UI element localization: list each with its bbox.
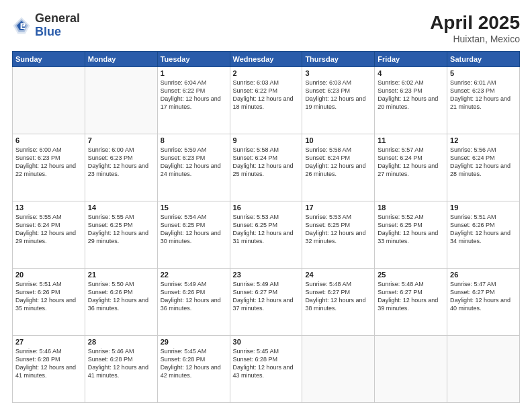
calendar-cell: 26Sunrise: 5:47 AM Sunset: 6:27 PM Dayli…	[447, 269, 520, 336]
day-info: Sunrise: 5:48 AM Sunset: 6:27 PM Dayligh…	[305, 280, 371, 313]
day-number: 3	[305, 69, 371, 77]
day-info: Sunrise: 5:46 AM Sunset: 6:28 PM Dayligh…	[88, 347, 154, 380]
calendar-cell: 23Sunrise: 5:49 AM Sunset: 6:27 PM Dayli…	[230, 269, 302, 336]
page: General Blue April 2025 Huixtan, Mexico …	[0, 0, 532, 411]
day-number: 22	[161, 271, 227, 279]
day-info: Sunrise: 5:51 AM Sunset: 6:26 PM Dayligh…	[15, 280, 82, 313]
day-info: Sunrise: 5:50 AM Sunset: 6:26 PM Dayligh…	[88, 280, 154, 313]
calendar-cell: 8Sunrise: 5:59 AM Sunset: 6:23 PM Daylig…	[157, 134, 230, 201]
day-info: Sunrise: 5:59 AM Sunset: 6:23 PM Dayligh…	[161, 146, 227, 179]
day-number: 19	[450, 203, 517, 212]
calendar-cell: 25Sunrise: 5:48 AM Sunset: 6:27 PM Dayli…	[375, 269, 447, 336]
calendar-cell: 27Sunrise: 5:46 AM Sunset: 6:28 PM Dayli…	[13, 336, 85, 403]
day-info: Sunrise: 5:55 AM Sunset: 6:25 PM Dayligh…	[88, 213, 154, 246]
day-number: 7	[88, 136, 154, 144]
day-number: 16	[233, 203, 300, 212]
calendar-cell: 2Sunrise: 6:03 AM Sunset: 6:22 PM Daylig…	[230, 67, 302, 134]
header-tuesday: Tuesday	[157, 52, 230, 67]
day-info: Sunrise: 6:01 AM Sunset: 6:23 PM Dayligh…	[450, 79, 517, 111]
day-info: Sunrise: 6:00 AM Sunset: 6:23 PM Dayligh…	[15, 146, 82, 179]
day-number: 8	[161, 136, 227, 144]
day-number: 20	[15, 271, 82, 279]
calendar-cell	[302, 336, 375, 403]
day-info: Sunrise: 5:49 AM Sunset: 6:27 PM Dayligh…	[233, 280, 300, 313]
calendar-cell: 11Sunrise: 5:57 AM Sunset: 6:24 PM Dayli…	[375, 134, 447, 201]
logo-blue-text: Blue	[35, 26, 80, 39]
calendar-cell: 1Sunrise: 6:04 AM Sunset: 6:22 PM Daylig…	[157, 67, 230, 134]
calendar-cell: 10Sunrise: 5:58 AM Sunset: 6:24 PM Dayli…	[302, 134, 375, 201]
day-info: Sunrise: 5:51 AM Sunset: 6:26 PM Dayligh…	[450, 213, 517, 246]
day-info: Sunrise: 5:45 AM Sunset: 6:28 PM Dayligh…	[161, 347, 227, 380]
calendar-cell: 24Sunrise: 5:48 AM Sunset: 6:27 PM Dayli…	[302, 269, 375, 336]
calendar-cell: 22Sunrise: 5:49 AM Sunset: 6:26 PM Dayli…	[157, 269, 230, 336]
header-monday: Monday	[85, 52, 157, 67]
weekday-header-row: Sunday Monday Tuesday Wednesday Thursday…	[13, 52, 520, 67]
calendar-cell: 30Sunrise: 5:45 AM Sunset: 6:28 PM Dayli…	[230, 336, 302, 403]
day-info: Sunrise: 5:56 AM Sunset: 6:24 PM Dayligh…	[450, 146, 517, 179]
calendar-cell: 5Sunrise: 6:01 AM Sunset: 6:23 PM Daylig…	[447, 67, 520, 134]
day-info: Sunrise: 5:54 AM Sunset: 6:25 PM Dayligh…	[161, 213, 227, 246]
calendar-cell: 12Sunrise: 5:56 AM Sunset: 6:24 PM Dayli…	[447, 134, 520, 201]
calendar-cell: 15Sunrise: 5:54 AM Sunset: 6:25 PM Dayli…	[157, 201, 230, 269]
header-saturday: Saturday	[447, 52, 520, 67]
day-info: Sunrise: 5:58 AM Sunset: 6:24 PM Dayligh…	[233, 146, 300, 179]
calendar-cell: 3Sunrise: 6:03 AM Sunset: 6:23 PM Daylig…	[302, 67, 375, 134]
day-number: 2	[233, 69, 300, 77]
title-block: April 2025 Huixtan, Mexico	[430, 12, 520, 44]
calendar-cell	[13, 67, 85, 134]
logo: General Blue	[12, 12, 80, 39]
day-info: Sunrise: 5:52 AM Sunset: 6:25 PM Dayligh…	[378, 213, 444, 246]
calendar-cell: 14Sunrise: 5:55 AM Sunset: 6:25 PM Dayli…	[85, 201, 157, 269]
calendar-cell	[85, 67, 157, 134]
day-number: 17	[305, 203, 371, 212]
calendar-cell: 28Sunrise: 5:46 AM Sunset: 6:28 PM Dayli…	[85, 336, 157, 403]
calendar-cell: 16Sunrise: 5:53 AM Sunset: 6:25 PM Dayli…	[230, 201, 302, 269]
calendar-cell: 19Sunrise: 5:51 AM Sunset: 6:26 PM Dayli…	[447, 201, 520, 269]
day-number: 25	[378, 271, 444, 279]
day-info: Sunrise: 6:00 AM Sunset: 6:23 PM Dayligh…	[88, 146, 154, 179]
header-sunday: Sunday	[13, 52, 85, 67]
day-number: 10	[305, 136, 371, 144]
day-info: Sunrise: 5:58 AM Sunset: 6:24 PM Dayligh…	[305, 146, 371, 179]
header-thursday: Thursday	[302, 52, 375, 67]
day-info: Sunrise: 5:45 AM Sunset: 6:28 PM Dayligh…	[233, 347, 300, 380]
day-number: 24	[305, 271, 371, 279]
day-number: 1	[161, 69, 227, 77]
day-number: 26	[450, 271, 517, 279]
header-wednesday: Wednesday	[230, 52, 302, 67]
day-number: 28	[88, 338, 154, 346]
month-year: April 2025	[430, 12, 520, 34]
day-number: 4	[378, 69, 444, 77]
calendar-cell: 20Sunrise: 5:51 AM Sunset: 6:26 PM Dayli…	[13, 269, 85, 336]
calendar-table: Sunday Monday Tuesday Wednesday Thursday…	[12, 51, 520, 403]
calendar-cell	[447, 336, 520, 403]
day-number: 9	[233, 136, 300, 144]
day-info: Sunrise: 6:03 AM Sunset: 6:23 PM Dayligh…	[305, 79, 371, 111]
calendar-cell	[375, 336, 447, 403]
day-info: Sunrise: 5:57 AM Sunset: 6:24 PM Dayligh…	[378, 146, 444, 179]
calendar-week-row: 6Sunrise: 6:00 AM Sunset: 6:23 PM Daylig…	[13, 134, 520, 201]
calendar-cell: 13Sunrise: 5:55 AM Sunset: 6:24 PM Dayli…	[13, 201, 85, 269]
calendar-cell: 17Sunrise: 5:53 AM Sunset: 6:25 PM Dayli…	[302, 201, 375, 269]
calendar-week-row: 20Sunrise: 5:51 AM Sunset: 6:26 PM Dayli…	[13, 269, 520, 336]
day-info: Sunrise: 5:53 AM Sunset: 6:25 PM Dayligh…	[305, 213, 371, 246]
day-number: 15	[161, 203, 227, 212]
calendar-cell: 7Sunrise: 6:00 AM Sunset: 6:23 PM Daylig…	[85, 134, 157, 201]
day-number: 23	[233, 271, 300, 279]
day-number: 5	[450, 69, 517, 77]
day-info: Sunrise: 6:04 AM Sunset: 6:22 PM Dayligh…	[161, 79, 227, 111]
calendar-cell: 4Sunrise: 6:02 AM Sunset: 6:23 PM Daylig…	[375, 67, 447, 134]
calendar-week-row: 27Sunrise: 5:46 AM Sunset: 6:28 PM Dayli…	[13, 336, 520, 403]
calendar-cell: 18Sunrise: 5:52 AM Sunset: 6:25 PM Dayli…	[375, 201, 447, 269]
header-friday: Friday	[375, 52, 447, 67]
logo-icon	[12, 16, 31, 35]
day-number: 14	[88, 203, 154, 212]
header: General Blue April 2025 Huixtan, Mexico	[12, 12, 520, 44]
calendar-cell: 6Sunrise: 6:00 AM Sunset: 6:23 PM Daylig…	[13, 134, 85, 201]
day-info: Sunrise: 5:53 AM Sunset: 6:25 PM Dayligh…	[233, 213, 300, 246]
location: Huixtan, Mexico	[430, 34, 520, 44]
day-number: 29	[161, 338, 227, 346]
calendar-cell: 29Sunrise: 5:45 AM Sunset: 6:28 PM Dayli…	[157, 336, 230, 403]
day-number: 27	[15, 338, 82, 346]
day-number: 21	[88, 271, 154, 279]
